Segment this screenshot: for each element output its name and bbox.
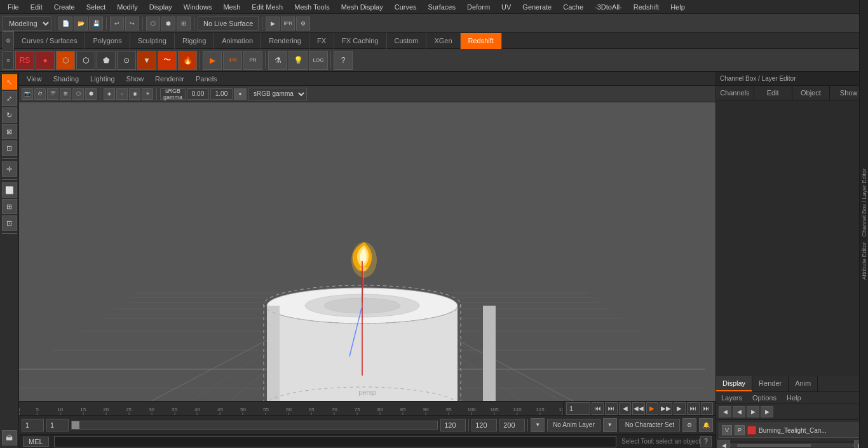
layer-help-tab[interactable]: Help	[782, 392, 806, 404]
select-by-hierarchy-icon[interactable]: ⬡	[146, 17, 160, 31]
undo-icon[interactable]: ↩	[110, 17, 124, 31]
menu-mesh-tools[interactable]: Mesh Tools	[289, 2, 334, 12]
step-forward-btn[interactable]: ⏭	[687, 402, 699, 415]
rs-icon-1[interactable]: RS	[15, 51, 34, 70]
vp-film-icon[interactable]: 🎬	[47, 88, 58, 100]
go-to-start-btn[interactable]: ⏮	[592, 402, 604, 415]
rs-log-icon[interactable]: LOG	[309, 51, 328, 70]
mel-label[interactable]: MEL	[23, 437, 49, 447]
open-file-icon[interactable]: 📂	[74, 17, 88, 31]
scale-tool[interactable]: ⊠	[2, 124, 17, 139]
menu-windows[interactable]: Windows	[179, 2, 217, 12]
shelf-tab-rendering[interactable]: Rendering	[261, 33, 309, 49]
menu-help[interactable]: Help	[665, 2, 690, 12]
menu-3dtall[interactable]: -3DtoAll-	[590, 2, 627, 12]
shelf-tab-rigging[interactable]: Rigging	[175, 33, 214, 49]
show-menu[interactable]: Show	[121, 74, 149, 84]
go-to-end-btn[interactable]: ⏭	[701, 402, 713, 415]
shelf-tab-custom[interactable]: Custom	[387, 33, 427, 49]
menu-edit[interactable]: Edit	[25, 2, 48, 12]
vp-gamma-dot[interactable]: ●	[234, 88, 247, 100]
display-tab[interactable]: Display	[716, 376, 752, 391]
shelf-tab-polygons[interactable]: Polygons	[85, 33, 130, 49]
viewport-3d[interactable]: X Y Z persp	[19, 102, 715, 401]
shelf-tab-animation[interactable]: Animation	[214, 33, 261, 49]
menu-display[interactable]: Display	[144, 2, 177, 12]
menu-generate[interactable]: Generate	[517, 2, 557, 12]
renderer-menu[interactable]: Renderer	[150, 74, 189, 84]
menu-file[interactable]: File	[3, 2, 24, 12]
play-back-btn[interactable]: ◀◀	[632, 402, 644, 415]
rs-ipr-icon[interactable]: IPR	[223, 51, 242, 70]
channels-tab[interactable]: Channels	[716, 86, 754, 100]
rs-icon-2[interactable]: ●	[36, 51, 55, 70]
redo-icon[interactable]: ↪	[125, 17, 139, 31]
ipr-icon[interactable]: IPR	[281, 17, 295, 31]
menu-deform[interactable]: Deform	[462, 2, 495, 12]
soft-select-tool[interactable]: ✛	[2, 161, 17, 177]
shelf-tab-sculpting[interactable]: Sculpting	[130, 33, 175, 49]
vp-texture-icon[interactable]: ◉	[129, 88, 140, 100]
rs-icon-9[interactable]: 🔥	[178, 51, 197, 70]
total-end-input[interactable]	[499, 419, 525, 431]
render-settings-icon[interactable]: ⚙	[296, 17, 310, 31]
rs-mat-icon[interactable]: ⚗	[268, 51, 287, 70]
menu-modify[interactable]: Modify	[112, 2, 142, 12]
menu-mesh[interactable]: Mesh	[218, 2, 245, 12]
render-icon[interactable]: ▶	[266, 17, 280, 31]
menu-create[interactable]: Create	[49, 2, 80, 12]
menu-cache[interactable]: Cache	[558, 2, 588, 12]
rs-help-icon[interactable]: ?	[334, 51, 353, 70]
rs-render-icon[interactable]: ▶	[203, 51, 222, 70]
anim-slider[interactable]	[71, 421, 438, 430]
step-back-btn[interactable]: ⏭	[605, 402, 617, 415]
shelf-tab-fx-caching[interactable]: FX Caching	[334, 33, 386, 49]
vp-smooth-icon[interactable]: ○	[116, 88, 128, 100]
command-line-input[interactable]	[54, 436, 617, 447]
edit-tab[interactable]: Edit	[754, 86, 792, 100]
char-settings-icon[interactable]: ⚙	[682, 418, 696, 432]
lasso-tool[interactable]: ⬜	[2, 182, 17, 198]
vp-camera-icon[interactable]: 📷	[22, 88, 33, 100]
rs-icon-7[interactable]: ▼	[137, 51, 156, 70]
vp-shaded-icon[interactable]: ⬢	[85, 88, 97, 100]
no-anim-layer-btn[interactable]: No Anim Layer	[547, 419, 600, 431]
snap-to-grid-icon[interactable]: ⊞	[177, 17, 191, 31]
anim-settings-icon[interactable]: 🔔	[699, 418, 713, 432]
vp-light-icon[interactable]: ☀	[142, 88, 153, 100]
shelf-tab-xgen[interactable]: XGen	[426, 33, 460, 49]
rs-icon-3[interactable]: ⬡	[56, 51, 75, 70]
lighting-menu[interactable]: Lighting	[85, 74, 120, 84]
shading-menu[interactable]: Shading	[48, 74, 84, 84]
rs-light-icon[interactable]: 💡	[288, 51, 308, 70]
menu-curves[interactable]: Curves	[390, 2, 422, 12]
workspace-dropdown[interactable]: Modeling	[3, 17, 51, 31]
prev-frame-btn[interactable]: ◀	[619, 402, 631, 415]
gamma-select[interactable]: sRGB gamma	[248, 88, 307, 100]
layers-tab[interactable]: Layers	[716, 392, 747, 404]
layer-playback-btn[interactable]: P	[735, 425, 745, 435]
rs-icon-8[interactable]: 〜	[158, 51, 177, 70]
layer-btn-2[interactable]: ◀	[733, 406, 745, 417]
shelf-tab-redshift[interactable]: Redshift	[461, 33, 502, 49]
vp-timeline-icon[interactable]: ⏱	[34, 88, 46, 100]
shelf-tab-curves-surfaces[interactable]: Curves / Surfaces	[14, 33, 85, 49]
last-tool[interactable]: ⊡	[2, 140, 17, 156]
paint-select-tool[interactable]: ⊞	[2, 199, 17, 214]
range-end-input[interactable]	[471, 419, 497, 431]
attr-editor-side-label[interactable]: Attribute Editor	[861, 242, 867, 280]
layer-btn-4[interactable]: ▶	[761, 406, 773, 417]
character-set-dropdown-icon[interactable]: ▼	[603, 418, 617, 432]
new-file-icon[interactable]: 📄	[58, 17, 72, 31]
anim-layer-dropdown-icon[interactable]: ▼	[531, 418, 545, 432]
shelf-tab-fx[interactable]: FX	[309, 33, 334, 49]
snap-settings[interactable]: 🏔	[2, 430, 17, 445]
menu-surfaces[interactable]: Surfaces	[423, 2, 461, 12]
render-tab[interactable]: Render	[752, 376, 789, 391]
no-character-set-btn[interactable]: No Character Set	[620, 419, 680, 431]
vp-grid-icon[interactable]: ⊞	[60, 88, 71, 100]
panels-menu[interactable]: Panels	[191, 74, 222, 84]
layer-btn-3[interactable]: ▶	[747, 406, 759, 417]
timeline-numbers[interactable]: 1510152025303540455055606570758085909510…	[19, 402, 563, 416]
menu-redshift[interactable]: Redshift	[628, 2, 664, 12]
